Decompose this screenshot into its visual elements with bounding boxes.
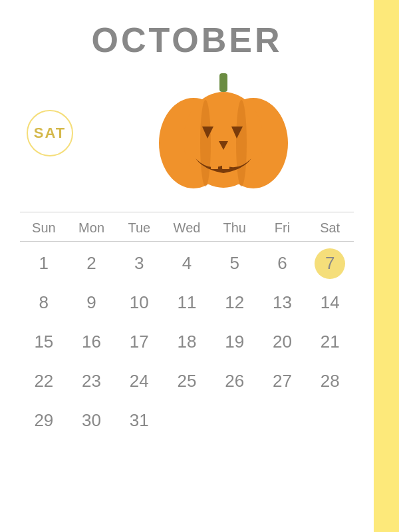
day-16[interactable]: 16 [82,326,101,358]
day-24[interactable]: 24 [130,366,149,397]
sat-label: SAT [34,125,66,142]
day-cell-wrapper: 12 [211,284,259,322]
day-cell-wrapper: 1 [20,244,68,282]
day-1[interactable]: 1 [39,248,49,279]
day-25[interactable]: 25 [178,366,197,397]
main-content: OCTOBER SAT [0,0,374,532]
svg-point-4 [200,100,211,186]
day-27[interactable]: 27 [273,366,292,397]
day-cell-wrapper: 14 [306,284,354,322]
day-31[interactable]: 31 [130,405,149,436]
day-19[interactable]: 19 [225,326,244,358]
pumpkin-svg [150,67,297,200]
day-cell-wrapper: 4 [163,244,211,282]
day-cell-wrapper: 13 [259,284,307,322]
day-cell-wrapper: 29 [20,401,68,439]
day-headers: Sun Mon Tue Wed Thu Fri Sat [20,212,354,241]
top-section: SAT [20,67,354,200]
header-mon: Mon [68,218,116,238]
day-23[interactable]: 23 [82,366,101,397]
day-11[interactable]: 11 [178,287,197,318]
yellow-strip [374,0,399,532]
header-wed: Wed [163,218,211,238]
day-cell-wrapper: 18 [163,323,211,361]
day-3[interactable]: 3 [134,248,144,279]
day-28[interactable]: 28 [321,366,340,397]
day-cell-wrapper: 22 [20,362,68,400]
day-cell-wrapper: 10 [115,284,163,322]
header-tue: Tue [115,218,163,238]
day-22[interactable]: 22 [34,366,53,397]
header-thu: Thu [211,218,259,238]
day-cell-wrapper: 28 [306,362,354,400]
day-cell-wrapper: 26 [211,362,259,400]
day-cell-wrapper: 16 [68,323,116,361]
day-cell-wrapper: 8 [20,284,68,322]
day-cell-wrapper: 9 [68,284,116,322]
day-10[interactable]: 10 [130,287,149,318]
month-title: OCTOBER [91,20,282,60]
day-8[interactable]: 8 [39,287,49,318]
day-20[interactable]: 20 [273,326,292,358]
day-13[interactable]: 13 [273,287,292,318]
day-cell-wrapper: 15 [20,323,68,361]
pumpkin-illustration [93,67,354,200]
day-29[interactable]: 29 [34,405,53,436]
day-cell-wrapper: 27 [259,362,307,400]
day-7-highlighted[interactable]: 7 [315,248,345,279]
day-cell-wrapper: 19 [211,323,259,361]
day-cell-wrapper: 30 [68,401,116,439]
day-cell-wrapper: 23 [68,362,116,400]
day-21[interactable]: 21 [321,326,340,358]
page-container: OCTOBER SAT [0,0,399,532]
day-30[interactable]: 30 [82,405,101,436]
day-5[interactable]: 5 [229,248,239,279]
day-cell-wrapper: 17 [115,323,163,361]
day-26[interactable]: 26 [225,366,244,397]
day-cell-wrapper [306,401,354,439]
day-cell-wrapper: 25 [163,362,211,400]
day-cell-wrapper: 20 [259,323,307,361]
day-2[interactable]: 2 [86,248,96,279]
day-6[interactable]: 6 [277,248,287,279]
day-17[interactable]: 17 [130,326,149,358]
day-cell-wrapper: 21 [306,323,354,361]
day-18[interactable]: 18 [178,326,197,358]
header-sat: Sat [306,218,354,238]
day-cell-wrapper: 5 [211,244,259,282]
day-cell-wrapper: 24 [115,362,163,400]
sat-badge: SAT [27,110,73,156]
day-cell-wrapper: 3 [115,244,163,282]
day-cell-wrapper: 7 [306,244,354,282]
day-12[interactable]: 12 [225,287,244,318]
day-cell-wrapper [259,401,307,439]
svg-point-3 [184,92,263,188]
day-cell-wrapper [211,401,259,439]
header-fri: Fri [259,218,307,238]
day-15[interactable]: 15 [34,326,53,358]
day-cell-wrapper: 6 [259,244,307,282]
svg-rect-0 [219,73,227,92]
day-cell-wrapper: 11 [163,284,211,322]
svg-rect-10 [222,160,229,169]
svg-rect-9 [211,160,218,169]
header-divider [20,241,354,242]
svg-point-5 [236,100,247,186]
calendar-days: 1 2 3 4 5 6 7 8 9 10 11 12 13 14 15 16 1… [20,244,354,439]
day-cell-wrapper: 2 [68,244,116,282]
day-9[interactable]: 9 [86,287,96,318]
calendar-grid: Sun Mon Tue Wed Thu Fri Sat 1 2 3 4 5 6 … [20,212,354,439]
day-4[interactable]: 4 [182,248,192,279]
day-14[interactable]: 14 [321,287,340,318]
day-cell-wrapper [163,401,211,439]
day-cell-wrapper: 31 [115,401,163,439]
header-sun: Sun [20,218,68,238]
